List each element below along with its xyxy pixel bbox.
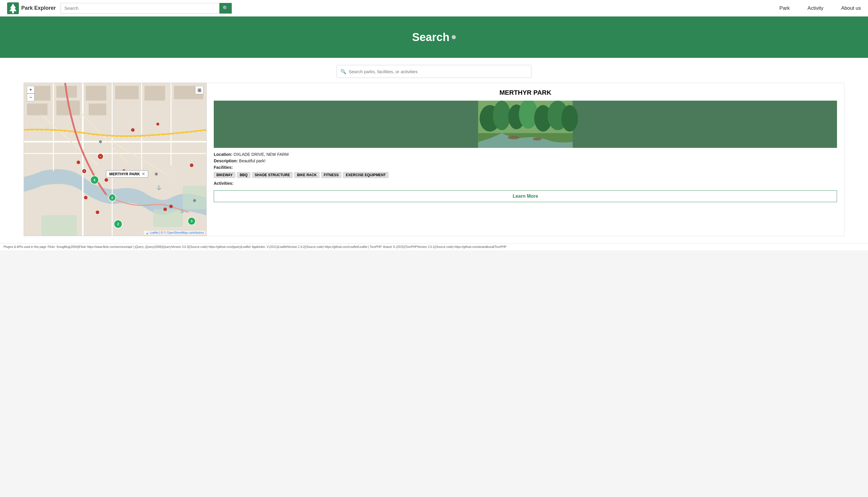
footer: Plugins & APIs used in this page: Flickr… — [0, 243, 868, 250]
svg-point-71 — [493, 101, 511, 130]
svg-point-76 — [562, 105, 578, 132]
description-value: Beautiful park! — [239, 158, 266, 163]
hero-title: Search — [412, 31, 456, 44]
svg-rect-16 — [154, 209, 183, 227]
svg-rect-26 — [88, 103, 106, 115]
osm-link[interactable]: © OpenStreetMap contributors — [164, 231, 204, 234]
leaflet-link[interactable]: Leaflet — [150, 231, 158, 234]
map-container[interactable]: + − ⊞ — [24, 83, 207, 236]
svg-text:+: + — [99, 155, 101, 158]
facilities-label: Facilities: — [214, 165, 233, 170]
svg-text:2: 2 — [111, 196, 113, 199]
svg-rect-21 — [115, 86, 139, 99]
svg-point-78 — [508, 136, 520, 139]
activities-label: Activities: — [214, 181, 234, 186]
nav-about[interactable]: About us — [841, 5, 861, 11]
park-photo-svg — [214, 101, 837, 148]
footer-text: Plugins & APIs used in this page: Flickr… — [3, 245, 507, 248]
hero-dot-icon — [452, 35, 456, 39]
map-attribution: 🍃 Leaflet | © © OpenStreetMap contributo… — [144, 231, 205, 235]
learn-more-button[interactable]: Learn More — [214, 190, 837, 202]
svg-text:2: 2 — [117, 222, 119, 226]
nav-park[interactable]: Park — [780, 5, 790, 11]
navbar: Park Explorer 🔍 Park Activity About us — [0, 0, 868, 16]
navbar-search-button[interactable]: 🔍 — [219, 3, 232, 14]
map-popup-label: MERTHYR PARK — [109, 172, 140, 176]
map-popup: MERTHYR PARK ✕ — [106, 170, 148, 178]
navbar-search-input[interactable] — [60, 3, 219, 14]
map-svg: 6 2 2 3 + + ⚓ ⚓ — [24, 83, 206, 236]
facilities-section: Facilities: — [214, 165, 837, 170]
facility-shade: SHADE STRUCTURE — [252, 172, 293, 178]
hero-section: Search — [0, 16, 868, 58]
activities-section: Activities: — [214, 181, 837, 186]
park-search-input[interactable] — [349, 69, 528, 74]
description-label: Description: — [214, 158, 238, 163]
map-popup-close[interactable]: ✕ — [142, 172, 145, 176]
park-search-icon: 🔍 — [340, 69, 346, 74]
svg-point-79 — [533, 138, 542, 141]
nav-activity[interactable]: Activity — [808, 5, 823, 11]
svg-rect-15 — [42, 215, 77, 236]
svg-text:+: + — [84, 170, 85, 173]
park-location: Location: OXLADE DRIVE, NEW FARM — [214, 152, 837, 157]
svg-text:⚓: ⚓ — [156, 185, 162, 190]
park-panel-title: MERTHYR PARK — [214, 89, 837, 97]
svg-text:3: 3 — [191, 219, 193, 223]
facility-bikeway: BIKEWAY — [214, 172, 235, 178]
park-description: Description: Beautiful park! — [214, 158, 837, 163]
hero-title-text: Search — [412, 31, 450, 44]
search-icon: 🔍 — [223, 5, 228, 11]
main-content: + − ⊞ — [0, 83, 868, 243]
svg-rect-20 — [86, 86, 106, 101]
svg-rect-3 — [12, 11, 14, 13]
svg-text:⚓: ⚓ — [180, 209, 184, 213]
search-section: 🔍 — [0, 58, 868, 83]
facilities-row: BIKEWAY BBQ SHADE STRUCTURE BIKE RACK FI… — [214, 172, 837, 178]
zoom-out-button[interactable]: − — [27, 94, 34, 101]
map-zoom-controls: + − — [27, 86, 34, 101]
svg-text:6: 6 — [94, 178, 95, 182]
map-layer-button[interactable]: ⊞ — [195, 86, 204, 94]
brand-logo[interactable]: Park Explorer — [7, 2, 56, 14]
zoom-in-button[interactable]: + — [27, 86, 34, 94]
facility-bbq: BBQ — [237, 172, 250, 178]
location-label: Location: — [214, 152, 232, 157]
park-search-wrap: 🔍 — [337, 65, 531, 78]
layer-icon: ⊞ — [197, 87, 201, 93]
location-value: OXLADE DRIVE, NEW FARM — [234, 152, 289, 157]
brand-name: Park Explorer — [21, 5, 56, 11]
facility-bike-rack: BIKE RACK — [294, 172, 320, 178]
tree-icon — [7, 2, 19, 14]
facility-exercise: EXERCISE EQUIPMENT — [343, 172, 388, 178]
nav-links: Park Activity About us — [780, 5, 861, 11]
navbar-search: 🔍 — [60, 3, 232, 14]
park-photo — [214, 101, 837, 148]
svg-rect-24 — [27, 103, 47, 115]
facility-fitness: FITNESS — [321, 172, 341, 178]
svg-rect-17 — [183, 186, 206, 210]
svg-rect-22 — [145, 86, 165, 101]
park-panel: MERTHYR PARK — [207, 83, 844, 236]
